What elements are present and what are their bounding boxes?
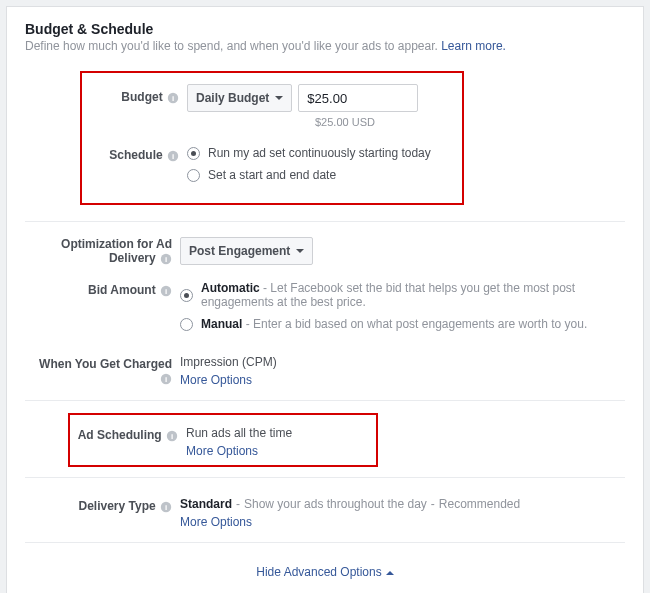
svg-text:i: i xyxy=(165,503,167,512)
radio-icon[interactable] xyxy=(187,147,200,160)
info-icon[interactable]: i xyxy=(160,285,172,297)
more-options-link[interactable]: More Options xyxy=(186,444,370,458)
svg-text:i: i xyxy=(165,375,167,384)
svg-text:i: i xyxy=(165,255,167,264)
optimization-value: Post Engagement xyxy=(189,244,290,258)
bid-option-automatic[interactable]: Automatic - Let Facebook set the bid tha… xyxy=(180,281,625,309)
info-icon[interactable]: i xyxy=(160,253,172,265)
learn-more-link[interactable]: Learn more. xyxy=(441,39,506,53)
schedule-label: Schedule i xyxy=(92,142,187,162)
section-title: Budget & Schedule xyxy=(25,21,625,37)
budget-helper-text: $25.00 USD xyxy=(315,116,452,128)
svg-text:i: i xyxy=(171,432,173,441)
separator: - xyxy=(236,497,240,511)
subtitle-text: Define how much you'd like to spend, and… xyxy=(25,39,441,53)
optimization-label-text: Optimization for Ad Delivery xyxy=(61,237,172,265)
info-icon[interactable]: i xyxy=(160,501,172,513)
bid-manual-desc: - Enter a bid based on what post engagem… xyxy=(242,317,587,331)
radio-icon[interactable] xyxy=(180,289,193,302)
delivery-value-bold: Standard xyxy=(180,497,232,511)
delivery-row: Delivery Type i Standard-Show your ads t… xyxy=(25,490,625,532)
optimization-label: Optimization for Ad Delivery i xyxy=(25,237,180,265)
radio-label: Manual - Enter a bid based on what post … xyxy=(201,317,587,331)
schedule-label-text: Schedule xyxy=(109,148,162,162)
delivery-value-desc: Show your ads throughout the day xyxy=(244,497,427,511)
caret-down-icon xyxy=(275,96,283,100)
ad-scheduling-content: Run ads all the time More Options xyxy=(186,422,370,458)
bid-content: Automatic - Let Facebook set the bid tha… xyxy=(180,277,625,339)
ad-scheduling-value: Run ads all the time xyxy=(186,426,292,440)
ad-scheduling-label: Ad Scheduling i xyxy=(76,422,186,442)
budget-schedule-panel: Budget & Schedule Define how much you'd … xyxy=(6,6,644,593)
radio-label: Run my ad set continuously starting toda… xyxy=(208,146,431,160)
charge-row: When You Get Charged i Impression (CPM) … xyxy=(25,348,625,390)
bid-manual-bold: Manual xyxy=(201,317,242,331)
budget-amount-input[interactable] xyxy=(298,84,418,112)
divider xyxy=(25,542,625,543)
bid-label: Bid Amount i xyxy=(25,277,180,297)
bid-auto-bold: Automatic xyxy=(201,281,260,295)
info-icon[interactable]: i xyxy=(160,373,172,385)
delivery-content: Standard-Show your ads throughout the da… xyxy=(180,493,625,529)
more-options-link[interactable]: More Options xyxy=(180,373,625,387)
delivery-value-rec: Recommended xyxy=(439,497,520,511)
ad-scheduling-label-text: Ad Scheduling xyxy=(78,428,162,442)
hide-advanced-label: Hide Advanced Options xyxy=(256,565,381,579)
optimization-dropdown[interactable]: Post Engagement xyxy=(180,237,313,265)
delivery-label-text: Delivery Type xyxy=(79,499,156,513)
ad-scheduling-row: Ad Scheduling i Run ads all the time Mor… xyxy=(76,419,370,461)
caret-down-icon xyxy=(296,249,304,253)
svg-text:i: i xyxy=(172,152,174,161)
svg-text:i: i xyxy=(165,287,167,296)
budget-label-text: Budget xyxy=(121,90,162,104)
separator: - xyxy=(431,497,435,511)
schedule-row: Schedule i Run my ad set continuously st… xyxy=(92,139,452,193)
charge-content: Impression (CPM) More Options xyxy=(180,351,625,387)
info-icon[interactable]: i xyxy=(167,92,179,104)
radio-icon[interactable] xyxy=(187,169,200,182)
optimization-row: Optimization for Ad Delivery i Post Enga… xyxy=(25,234,625,268)
schedule-option-dates[interactable]: Set a start and end date xyxy=(187,168,452,182)
budget-type-dropdown[interactable]: Daily Budget xyxy=(187,84,292,112)
divider xyxy=(25,400,625,401)
bid-option-manual[interactable]: Manual - Enter a bid based on what post … xyxy=(180,317,625,331)
radio-label: Set a start and end date xyxy=(208,168,336,182)
info-icon[interactable]: i xyxy=(166,430,178,442)
radio-label: Automatic - Let Facebook set the bid tha… xyxy=(201,281,625,309)
caret-up-icon xyxy=(386,571,394,575)
budget-schedule-highlight: Budget i Daily Budget $25.00 USD Schedul… xyxy=(80,71,464,205)
charge-label: When You Get Charged i xyxy=(25,351,180,385)
schedule-content: Run my ad set continuously starting toda… xyxy=(187,142,452,190)
hide-advanced-toggle[interactable]: Hide Advanced Options xyxy=(25,555,625,583)
charge-label-text: When You Get Charged xyxy=(39,357,172,371)
ad-scheduling-highlight: Ad Scheduling i Run ads all the time Mor… xyxy=(68,413,378,467)
schedule-option-continuous[interactable]: Run my ad set continuously starting toda… xyxy=(187,146,452,160)
bid-label-text: Bid Amount xyxy=(88,283,156,297)
bid-row: Bid Amount i Automatic - Let Facebook se… xyxy=(25,274,625,342)
budget-content: Daily Budget $25.00 USD xyxy=(187,84,452,128)
budget-label: Budget i xyxy=(92,84,187,104)
budget-type-value: Daily Budget xyxy=(196,91,269,105)
charge-value: Impression (CPM) xyxy=(180,355,277,369)
delivery-label: Delivery Type i xyxy=(25,493,180,513)
radio-icon[interactable] xyxy=(180,318,193,331)
divider xyxy=(25,477,625,478)
more-options-link[interactable]: More Options xyxy=(180,515,625,529)
info-icon[interactable]: i xyxy=(167,150,179,162)
budget-row: Budget i Daily Budget $25.00 USD xyxy=(92,81,452,131)
section-subtitle: Define how much you'd like to spend, and… xyxy=(25,39,625,53)
svg-text:i: i xyxy=(172,94,174,103)
delivery-value: Standard-Show your ads throughout the da… xyxy=(180,497,520,511)
optimization-content: Post Engagement xyxy=(180,237,625,265)
divider xyxy=(25,221,625,222)
